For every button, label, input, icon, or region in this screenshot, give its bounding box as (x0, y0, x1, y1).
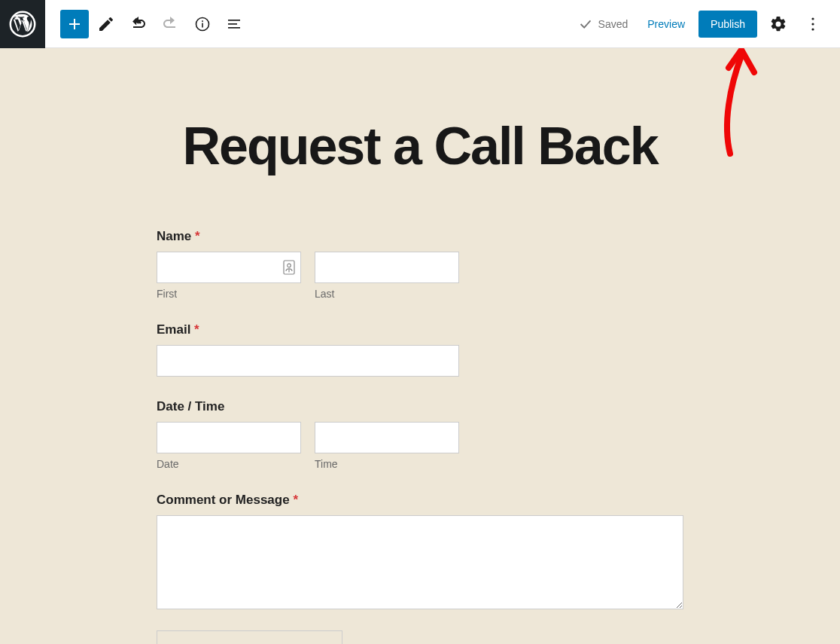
time-sublabel: Time (315, 458, 459, 470)
svg-point-7 (811, 17, 814, 20)
info-icon (193, 15, 212, 33)
first-name-sublabel: First (157, 288, 301, 300)
svg-rect-5 (228, 23, 237, 25)
submit-button[interactable]: Request Your Call Back! (157, 630, 342, 644)
publish-button[interactable]: Publish (698, 11, 757, 38)
check-icon (577, 16, 594, 32)
svg-rect-4 (228, 20, 240, 21)
document-outline-button[interactable] (220, 10, 248, 38)
svg-point-8 (811, 23, 814, 25)
date-input[interactable] (157, 422, 301, 453)
save-status: Saved (577, 16, 628, 32)
last-name-input[interactable] (315, 252, 459, 283)
toolbar-right: Saved Preview Publish (577, 11, 840, 38)
svg-rect-2 (202, 23, 203, 27)
editor-toolbar: Saved Preview Publish (0, 0, 840, 48)
pencil-icon (97, 15, 115, 33)
email-input[interactable] (157, 345, 459, 377)
svg-point-11 (288, 264, 291, 267)
redo-button[interactable] (157, 10, 185, 38)
required-marker: * (194, 322, 199, 337)
preview-link[interactable]: Preview (641, 12, 691, 36)
form-block[interactable]: Name * First Last (157, 229, 683, 644)
required-marker: * (293, 493, 298, 507)
datetime-label: Date / Time (157, 399, 683, 414)
edit-mode-button[interactable] (92, 10, 120, 38)
page-title[interactable]: Request a Call Back (0, 116, 840, 176)
toolbar-left (45, 10, 248, 38)
svg-rect-6 (228, 27, 240, 29)
save-status-label: Saved (598, 18, 628, 30)
gear-icon (769, 15, 787, 33)
document-info-button[interactable] (188, 10, 217, 38)
email-label: Email * (157, 322, 683, 337)
redo-icon (162, 15, 180, 33)
settings-button[interactable] (765, 11, 792, 38)
wordpress-icon (9, 11, 36, 38)
plus-icon (65, 15, 84, 33)
message-textarea[interactable] (157, 515, 683, 609)
kebab-icon (804, 15, 822, 33)
message-label: Comment or Message * (157, 493, 683, 508)
contact-card-icon (283, 260, 295, 275)
svg-rect-3 (202, 20, 203, 22)
wordpress-logo[interactable] (0, 0, 45, 48)
list-icon (225, 15, 243, 33)
date-sublabel: Date (157, 458, 301, 470)
required-marker: * (195, 229, 200, 243)
name-label: Name * (157, 229, 683, 244)
last-name-sublabel: Last (315, 288, 459, 300)
undo-button[interactable] (125, 10, 154, 38)
first-name-input[interactable] (157, 252, 301, 283)
editor-canvas[interactable]: Request a Call Back Name * First (0, 48, 840, 644)
more-options-button[interactable] (799, 11, 826, 38)
undo-icon (130, 15, 148, 33)
add-block-button[interactable] (60, 10, 89, 38)
time-input[interactable] (315, 422, 459, 453)
svg-point-9 (811, 28, 814, 30)
